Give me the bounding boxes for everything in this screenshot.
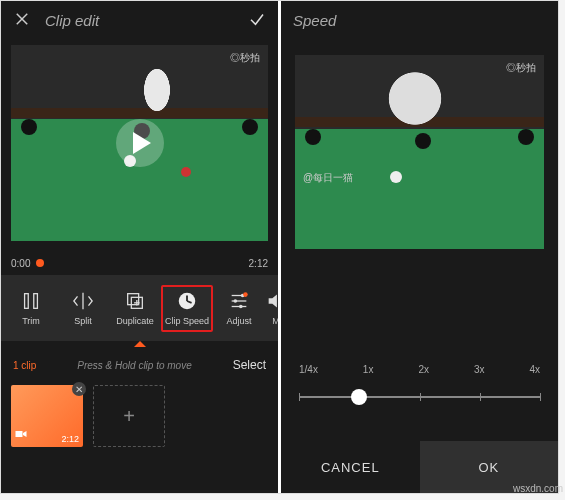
adjust-button[interactable]: Adjust bbox=[213, 284, 265, 332]
svg-rect-2 bbox=[25, 294, 29, 309]
speed-header: Speed bbox=[281, 1, 558, 39]
clip-speed-button[interactable]: Clip Speed bbox=[161, 285, 213, 332]
tick-label: 1/4x bbox=[299, 364, 318, 375]
svg-point-18 bbox=[243, 292, 248, 297]
trim-button[interactable]: Trim bbox=[5, 284, 57, 332]
clip-thumbnail[interactable]: ✕ 2:12 bbox=[11, 385, 83, 447]
play-icon[interactable] bbox=[116, 119, 164, 167]
screen-title: Speed bbox=[293, 12, 546, 29]
svg-rect-3 bbox=[34, 294, 38, 309]
ok-button[interactable]: OK bbox=[420, 441, 559, 493]
duplicate-button[interactable]: Duplicate bbox=[109, 284, 161, 332]
clip-hint: Press & Hold clip to move bbox=[36, 360, 232, 371]
tick-label: 1x bbox=[363, 364, 374, 375]
watermark: ◎秒拍 bbox=[506, 61, 536, 75]
button-label: CANCEL bbox=[321, 460, 380, 475]
button-label: OK bbox=[478, 460, 499, 475]
clip-count: 1 clip bbox=[13, 360, 36, 371]
speed-slider[interactable]: 1/4x 1x 2x 3x 4x bbox=[281, 336, 558, 411]
add-clip-button[interactable]: + bbox=[93, 385, 165, 447]
volume-icon bbox=[265, 290, 278, 312]
svg-point-16 bbox=[234, 299, 238, 303]
watermark-user: @每日一猫 bbox=[303, 171, 353, 185]
clip-duration: 2:12 bbox=[61, 434, 79, 444]
screen-title: Clip edit bbox=[45, 12, 248, 29]
tool-label: Clip Speed bbox=[165, 316, 209, 326]
close-icon[interactable] bbox=[13, 10, 31, 31]
tool-label: Adjust bbox=[226, 316, 251, 326]
video-icon bbox=[15, 425, 27, 443]
clips-strip: ✕ 2:12 + bbox=[1, 379, 278, 459]
tick-label: 4x bbox=[529, 364, 540, 375]
svg-point-17 bbox=[239, 305, 243, 309]
speed-icon bbox=[176, 290, 198, 312]
timeline[interactable]: 0:00 2:12 bbox=[1, 251, 278, 275]
select-clips-button[interactable]: Select bbox=[233, 358, 266, 372]
tool-label: Trim bbox=[22, 316, 40, 326]
trim-icon bbox=[20, 290, 42, 312]
slider-knob[interactable] bbox=[351, 389, 367, 405]
remove-clip-icon[interactable]: ✕ bbox=[72, 382, 86, 396]
clip-edit-screen: Clip edit ◎秒拍 0:00 2:12 Trim bbox=[1, 1, 278, 493]
confirm-icon[interactable] bbox=[248, 10, 266, 31]
tool-label: Split bbox=[74, 316, 92, 326]
svg-rect-19 bbox=[16, 431, 23, 437]
plus-icon: + bbox=[123, 405, 135, 428]
timeline-start: 0:00 bbox=[11, 258, 30, 269]
cancel-button[interactable]: CANCEL bbox=[281, 441, 420, 493]
speed-footer: CANCEL OK bbox=[281, 441, 558, 493]
watermark: ◎秒拍 bbox=[230, 51, 260, 65]
playhead-icon[interactable] bbox=[36, 259, 44, 267]
video-preview[interactable]: ◎秒拍 @每日一猫 bbox=[295, 55, 544, 249]
timeline-end: 2:12 bbox=[249, 258, 268, 269]
more-button[interactable]: M bbox=[265, 284, 278, 332]
split-icon bbox=[72, 290, 94, 312]
duplicate-icon bbox=[124, 290, 146, 312]
clip-edit-header: Clip edit bbox=[1, 1, 278, 39]
tick-label: 3x bbox=[474, 364, 485, 375]
video-preview[interactable]: ◎秒拍 bbox=[11, 45, 268, 241]
tick-label: 2x bbox=[418, 364, 429, 375]
slider-track[interactable] bbox=[299, 383, 540, 411]
split-button[interactable]: Split bbox=[57, 284, 109, 332]
adjust-icon bbox=[228, 290, 250, 312]
svg-marker-20 bbox=[23, 431, 27, 437]
toolbar-caret-icon bbox=[1, 341, 278, 351]
speed-screen: Speed ◎秒拍 @每日一猫 1/4x 1x 2x 3x 4x bbox=[281, 1, 558, 493]
tool-label: Duplicate bbox=[116, 316, 154, 326]
clips-row-header: 1 clip Press & Hold clip to move Select bbox=[1, 351, 278, 379]
clip-toolbar: Trim Split Duplicate Clip Speed Adjust M bbox=[1, 275, 278, 341]
slider-tick-labels: 1/4x 1x 2x 3x 4x bbox=[299, 364, 540, 375]
